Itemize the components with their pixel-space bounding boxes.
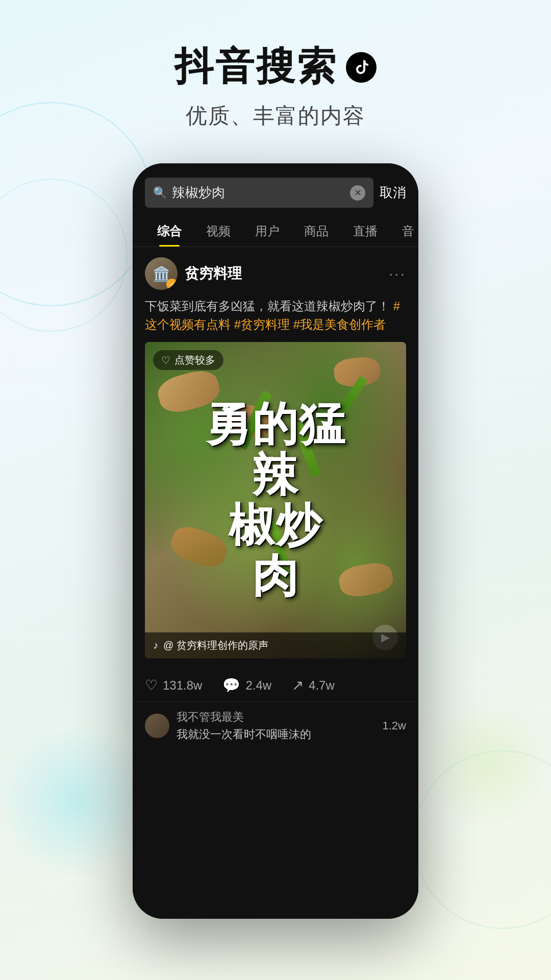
video-thumbnail[interactable]: 勇的猛辣椒炒肉 ♡ 点赞较多 ▶ — [145, 342, 406, 658]
tab-video[interactable]: 视频 — [194, 216, 243, 247]
username[interactable]: 贫穷料理 — [185, 264, 242, 283]
tab-music[interactable]: 音 — [390, 216, 418, 247]
stat-comments[interactable]: 💬 2.4w — [222, 677, 271, 694]
likes-badge: ♡ 点赞较多 — [153, 350, 223, 370]
tiktok-logo-icon — [346, 52, 377, 83]
header-subtitle: 优质、丰富的内容 — [0, 102, 551, 130]
verified-badge-icon: ✓ — [166, 279, 178, 290]
search-tabs: 综合 视频 用户 商品 直播 音 — [133, 216, 418, 247]
stat-shares[interactable]: ↗ 4.7w — [292, 677, 335, 694]
tab-product[interactable]: 商品 — [292, 216, 341, 247]
phone-frame: 🔍 辣椒炒肉 ✕ 取消 综合 视频 用户 商品 — [133, 163, 418, 919]
post-text: 下饭菜到底有多凶猛，就看这道辣椒炒肉了！ #这个视频有点料 #贫穷料理 #我是美… — [145, 297, 406, 334]
more-options-button[interactable]: ··· — [389, 265, 406, 282]
search-cancel-button[interactable]: 取消 — [380, 184, 406, 202]
bg-glow-right — [423, 699, 551, 827]
stat-likes[interactable]: ♡ 131.8w — [145, 677, 202, 694]
tab-comprehensive[interactable]: 综合 — [145, 216, 194, 247]
comment-count: 1.2w — [383, 719, 406, 732]
heart-stat-icon: ♡ — [145, 677, 158, 694]
phone-content: 🔍 辣椒炒肉 ✕ 取消 综合 视频 用户 商品 — [133, 163, 418, 919]
tab-live[interactable]: 直播 — [341, 216, 390, 247]
stats-row: ♡ 131.8w 💬 2.4w ↗ 4.7w — [133, 669, 418, 702]
comment-preview: 我不管我最美 我就没一次看时不咽唾沫的 1.2w — [133, 702, 418, 749]
source-label: @ 贫穷料理创作的原声 — [163, 639, 268, 652]
comment-text: 我就没一次看时不咽唾沫的 — [177, 727, 311, 742]
app-title: 抖音搜索 — [174, 41, 338, 93]
hashtag-3[interactable]: #我是美食创作者 — [293, 317, 386, 331]
search-query: 辣椒炒肉 — [172, 184, 345, 202]
phone-mockup: 🔍 辣椒炒肉 ✕ 取消 综合 视频 用户 商品 — [133, 163, 418, 919]
comment-avatar — [145, 714, 169, 738]
search-bar: 🔍 辣椒炒肉 ✕ 取消 — [133, 163, 418, 216]
bg-glow-left — [0, 725, 153, 878]
heart-icon: ♡ — [161, 354, 170, 366]
comment-item: 我不管我最美 我就没一次看时不咽唾沫的 1.2w — [145, 702, 406, 749]
video-overlay-text: 勇的猛辣椒炒肉 — [205, 399, 346, 601]
video-background: 勇的猛辣椒炒肉 ♡ 点赞较多 ▶ — [145, 342, 406, 658]
comment-content: 我不管我最美 我就没一次看时不咽唾沫的 — [177, 709, 311, 742]
header: 抖音搜索 优质、丰富的内容 — [0, 0, 551, 130]
tiktok-note-icon: ♪ — [153, 640, 158, 651]
search-clear-button[interactable]: ✕ — [350, 185, 365, 201]
user-row: 🏛️ ✓ 贫穷料理 ··· — [145, 257, 406, 290]
likes-badge-text: 点赞较多 — [174, 353, 215, 367]
comments-count: 2.4w — [245, 678, 271, 693]
result-card: 🏛️ ✓ 贫穷料理 ··· 下饭菜到底有多凶猛，就看这道辣椒炒肉了！ #这个视频… — [133, 247, 418, 669]
share-stat-icon: ↗ — [292, 677, 304, 694]
user-info: 🏛️ ✓ 贫穷料理 — [145, 257, 242, 290]
search-input-container[interactable]: 🔍 辣椒炒肉 ✕ — [145, 178, 373, 208]
search-icon: 🔍 — [153, 186, 167, 200]
hashtag-2[interactable]: #贫穷料理 — [234, 317, 290, 331]
tab-user[interactable]: 用户 — [243, 216, 292, 247]
likes-count: 131.8w — [163, 678, 202, 693]
video-bottom-bar: ♪ @ 贫穷料理创作的原声 — [145, 632, 406, 658]
video-text-overlay: 勇的猛辣椒炒肉 — [145, 342, 406, 658]
comment-stat-icon: 💬 — [222, 677, 240, 694]
avatar: 🏛️ ✓ — [145, 257, 178, 290]
shares-count: 4.7w — [309, 678, 335, 693]
comment-username: 我不管我最美 — [177, 709, 311, 725]
app-title-row: 抖音搜索 — [0, 41, 551, 93]
